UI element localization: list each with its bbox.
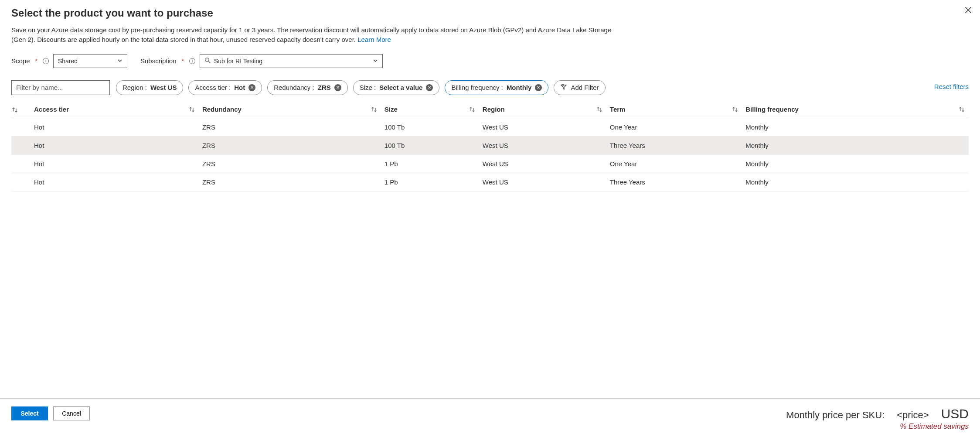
price-currency: USD: [941, 406, 969, 421]
filter-pill-value: Select a value: [379, 84, 422, 91]
filter-pill-value: ZRS: [318, 84, 331, 91]
cell-term: Three Years: [606, 136, 742, 154]
cell-term: Three Years: [606, 173, 742, 191]
col-redundancy[interactable]: Redundancy: [199, 101, 381, 118]
required-marker: *: [182, 58, 184, 65]
cancel-button[interactable]: Cancel: [53, 406, 90, 420]
cell-access_tier: Hot: [31, 118, 199, 136]
required-marker: *: [35, 58, 37, 65]
table-row[interactable]: HotZRS100 TbWest USThree YearsMonthly: [11, 136, 969, 154]
subscription-group: Subscription * i Sub for RI Testing: [140, 54, 383, 68]
clear-filter-icon[interactable]: ✕: [535, 84, 542, 91]
cell-term: One Year: [606, 154, 742, 173]
cell-access_tier: Hot: [31, 173, 199, 191]
cell-billing: Monthly: [742, 136, 969, 154]
price-label: Monthly price per SKU:: [786, 410, 885, 421]
info-icon[interactable]: i: [189, 58, 195, 64]
cell-access_tier: Hot: [31, 136, 199, 154]
sort-icon[interactable]: [11, 106, 18, 113]
filter-pill[interactable]: Region : West US: [116, 80, 183, 95]
panel-content: Select the product you want to purchase …: [0, 0, 980, 398]
svg-point-0: [205, 58, 209, 61]
cell-region: West US: [479, 173, 606, 191]
col-region[interactable]: Region: [479, 101, 606, 118]
price-value: <price>: [897, 410, 929, 421]
clear-filter-icon[interactable]: ✕: [334, 84, 341, 91]
filter-pill-value: West US: [150, 84, 177, 91]
filter-pill[interactable]: Billing frequency : Monthly✕: [445, 80, 548, 95]
scope-label: Scope: [11, 57, 30, 65]
cell-redundancy: ZRS: [199, 118, 381, 136]
filter-name-input[interactable]: [11, 80, 110, 95]
sort-icon[interactable]: [596, 106, 603, 113]
col-access-tier[interactable]: Access tier: [31, 101, 199, 118]
table-row[interactable]: HotZRS1 PbWest USOne YearMonthly: [11, 154, 969, 173]
add-filter-button[interactable]: Add Filter: [554, 80, 605, 95]
close-icon: [964, 6, 972, 14]
subscription-value: Sub for RI Testing: [214, 58, 369, 65]
info-icon[interactable]: i: [43, 58, 49, 64]
footer-price: Monthly price per SKU: <price> USD % Est…: [786, 406, 969, 431]
chevron-down-icon: [373, 58, 378, 65]
sku-table: Access tier Redundancy Size Region Term …: [11, 101, 969, 191]
purchase-panel: Select the product you want to purchase …: [0, 0, 980, 437]
filter-pill-label: Region :: [122, 84, 147, 91]
subscription-combo[interactable]: Sub for RI Testing: [200, 54, 383, 68]
search-icon: [204, 57, 211, 65]
sort-icon[interactable]: [469, 106, 476, 113]
table-row[interactable]: HotZRS1 PbWest USThree YearsMonthly: [11, 173, 969, 191]
cell-size: 100 Tb: [381, 118, 479, 136]
col-size[interactable]: Size: [381, 101, 479, 118]
scope-value: Shared: [58, 58, 78, 65]
cell-region: West US: [479, 154, 606, 173]
table-row[interactable]: HotZRS100 TbWest USOne YearMonthly: [11, 118, 969, 136]
scope-group: Scope * i Shared: [11, 54, 127, 68]
sort-icon[interactable]: [371, 106, 378, 113]
filter-pill-label: Access tier :: [195, 84, 231, 91]
filter-pill-label: Size :: [360, 84, 376, 91]
col-billing[interactable]: Billing frequency: [742, 101, 969, 118]
field-row: Scope * i Shared Subscription * i: [11, 54, 969, 68]
description-text: Save on your Azure data storage cost by …: [11, 26, 611, 43]
cell-region: West US: [479, 118, 606, 136]
chevron-down-icon: [117, 58, 122, 65]
panel-description: Save on your Azure data storage cost by …: [11, 25, 622, 44]
cell-billing: Monthly: [742, 118, 969, 136]
filter-pill-label: Billing frequency :: [451, 84, 503, 91]
cell-redundancy: ZRS: [199, 173, 381, 191]
cell-billing: Monthly: [742, 173, 969, 191]
close-button[interactable]: [964, 6, 972, 15]
cell-region: West US: [479, 136, 606, 154]
filter-pill[interactable]: Access tier : Hot✕: [188, 80, 262, 95]
sort-icon[interactable]: [958, 106, 965, 113]
panel-title: Select the product you want to purchase: [11, 7, 969, 19]
clear-filter-icon[interactable]: ✕: [426, 84, 433, 91]
learn-more-link[interactable]: Learn More: [357, 36, 391, 43]
estimated-savings: % Estimated savings: [786, 422, 969, 431]
cell-billing: Monthly: [742, 154, 969, 173]
filter-area: Region : West USAccess tier : Hot✕Redund…: [11, 80, 969, 95]
cell-term: One Year: [606, 118, 742, 136]
scope-select[interactable]: Shared: [53, 54, 127, 68]
sort-icon[interactable]: [732, 106, 738, 113]
filter-pill[interactable]: Size : Select a value✕: [353, 80, 440, 95]
footer-actions: Select Cancel: [11, 406, 90, 420]
filter-pill-label: Redundancy :: [274, 84, 314, 91]
clear-filter-icon[interactable]: ✕: [248, 84, 255, 91]
cell-size: 100 Tb: [381, 136, 479, 154]
cell-redundancy: ZRS: [199, 136, 381, 154]
subscription-label: Subscription: [140, 57, 177, 65]
col-term[interactable]: Term: [606, 101, 742, 118]
reset-filters-link[interactable]: Reset filters: [934, 83, 969, 90]
filter-pill-wrap: Region : West USAccess tier : Hot✕Redund…: [116, 80, 928, 95]
filter-pill-value: Hot: [234, 84, 245, 91]
filter-pill[interactable]: Redundancy : ZRS✕: [267, 80, 348, 95]
table-head: Access tier Redundancy Size Region Term …: [11, 101, 969, 118]
select-button[interactable]: Select: [11, 406, 48, 420]
filter-pill-value: Monthly: [507, 84, 532, 91]
cell-size: 1 Pb: [381, 173, 479, 191]
cell-redundancy: ZRS: [199, 154, 381, 173]
cell-access_tier: Hot: [31, 154, 199, 173]
sort-icon[interactable]: [188, 106, 195, 113]
cell-size: 1 Pb: [381, 154, 479, 173]
